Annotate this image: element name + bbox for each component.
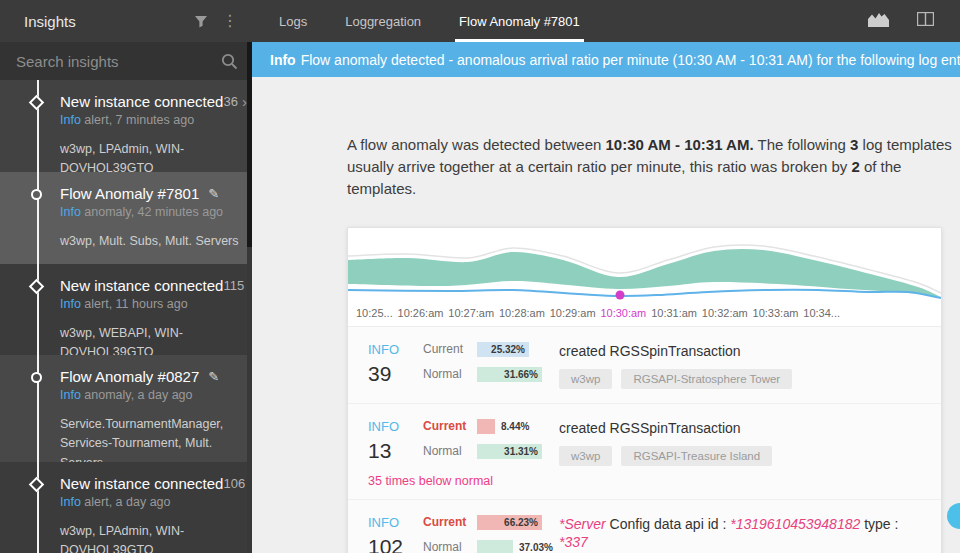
log-tag-list: w3wpRGSAPI-Stratosphere Tower xyxy=(559,369,921,389)
log-row-bars: Current25.32%Normal31.66% xyxy=(423,342,559,392)
banner-level: Info xyxy=(270,52,296,68)
search-bar xyxy=(0,42,252,80)
split-view-icon[interactable] xyxy=(917,12,934,30)
insight-title: Flow Anomaly #7801 xyxy=(60,185,199,202)
log-template-row[interactable]: INFO102Current66.23%Normal37.03%*Server … xyxy=(348,500,941,553)
log-row-grid: INFO39Current25.32%Normal31.66%created R… xyxy=(368,342,921,392)
insight-list-item[interactable]: New instance connected115›Info alert, 11… xyxy=(0,264,252,355)
tab-loggregation[interactable]: Loggregation xyxy=(331,0,435,42)
tab-flow-anomaly-7801[interactable]: Flow Anomaly #7801 xyxy=(445,0,594,42)
insight-list-item[interactable]: New instance connected36›Info alert, 7 m… xyxy=(0,80,252,172)
insight-meta-text: alert, 11 hours ago xyxy=(81,297,188,311)
log-template-row[interactable]: INFO13Current8.44%Normal31.31%created RG… xyxy=(348,404,941,500)
ratio-bar-line: Normal31.66% xyxy=(423,367,559,382)
ratio-bar-label: Current xyxy=(423,515,471,529)
insight-count-value: 36 xyxy=(223,94,237,109)
top-bar: Insights ⋮ LogsLoggregationFlow Anomaly … xyxy=(0,0,960,42)
insight-list-item[interactable]: Flow Anomaly #7801✎Info anomaly, 42 minu… xyxy=(0,172,252,264)
anomaly-description: A flow anomaly was detected between 10:3… xyxy=(347,134,955,201)
description-segment: A flow anomaly was detected between xyxy=(347,136,606,153)
ratio-bar: 31.31% xyxy=(477,444,542,459)
insight-meta-text: anomaly, a day ago xyxy=(81,388,193,402)
log-row-left: INFO39 xyxy=(368,342,423,392)
ratio-bar-fill xyxy=(477,540,513,553)
ratio-bar: 25.32% xyxy=(477,342,542,357)
log-tag-chip: w3wp xyxy=(559,369,612,389)
ratio-bar-value: 25.32% xyxy=(491,344,525,355)
axis-tick-label: 10:25... xyxy=(356,307,393,319)
log-tag-chip: RGSAPI-Treasure Island xyxy=(621,446,772,466)
log-severity-label: INFO xyxy=(368,419,423,434)
flow-area-chart xyxy=(348,234,941,306)
selected-minute-marker[interactable] xyxy=(616,290,625,299)
insights-list: New instance connected36›Info alert, 7 m… xyxy=(0,80,252,553)
filter-icon[interactable] xyxy=(194,14,208,28)
ratio-bar-label: Normal xyxy=(423,540,471,553)
main-panel: Info Flow anomaly detected - anomalous a… xyxy=(252,42,960,553)
time-axis: 10:25...10:26:am10:27:am10:28:am10:29:am… xyxy=(348,306,840,326)
template-text-segment: Config data api id : xyxy=(606,516,731,532)
insight-tags: w3wp, Mult. Subs, Mult. Servers xyxy=(60,232,246,251)
axis-tick-label: 10:33:am xyxy=(753,307,799,319)
ratio-bar-value: 31.66% xyxy=(504,369,538,380)
ratio-bar-label: Current xyxy=(423,342,471,356)
template-text-segment: type : xyxy=(860,516,898,532)
insight-tags: w3wp, WEBAPI, WIN-DQVHQL39GTO xyxy=(60,324,246,355)
insight-title-row: Flow Anomaly #7801✎ xyxy=(60,185,246,202)
diamond-marker-icon xyxy=(29,477,45,493)
log-row-bars: Current66.23%Normal37.03% xyxy=(423,515,559,553)
circle-marker-icon xyxy=(31,372,42,383)
insight-meta: Info anomaly, 42 minutes ago xyxy=(60,205,246,219)
axis-tick-label: 10:28:am xyxy=(499,307,545,319)
insight-tags: w3wp, LPAdmin, WIN-DQVHQL39GTO xyxy=(60,522,246,553)
log-row-message: created RGSSpinTransactionw3wpRGSAPI-Tre… xyxy=(559,419,921,469)
timeline-chart[interactable] xyxy=(348,234,941,306)
insight-severity: Info xyxy=(60,113,81,127)
tab-logs[interactable]: Logs xyxy=(265,0,321,42)
ratio-bar-line: Current66.23% xyxy=(423,515,559,530)
log-template-text: created RGSSpinTransaction xyxy=(559,342,921,360)
log-tag-chip: RGSAPI-Stratosphere Tower xyxy=(621,369,792,389)
insight-severity: Info xyxy=(60,297,81,311)
template-text-segment: created RGSSpinTransaction xyxy=(559,420,741,436)
kebab-menu-icon[interactable]: ⋮ xyxy=(222,13,238,29)
insight-meta: Info alert, 7 minutes ago xyxy=(60,113,246,127)
description-segment: The following xyxy=(754,136,850,153)
log-template-row[interactable]: INFO39Current25.32%Normal31.66%created R… xyxy=(348,327,941,404)
insight-tags: w3wp, LPAdmin, WIN-DQVHQL39GTO xyxy=(60,140,246,172)
insight-list-item[interactable]: New instance connected106›Info alert, a … xyxy=(0,462,252,553)
insight-title: New instance connected xyxy=(60,475,223,492)
axis-tick-label: 10:29:am xyxy=(550,307,596,319)
ratio-bar: 37.03% xyxy=(477,540,542,553)
search-input[interactable] xyxy=(16,53,221,70)
chart-view-icon[interactable] xyxy=(868,12,889,31)
log-row-left: INFO13 xyxy=(368,419,423,469)
description-segment: 10:30 AM - 10:31 AM. xyxy=(606,136,754,153)
log-occurrence-count: 102 xyxy=(368,535,423,553)
diamond-marker-icon xyxy=(29,279,45,295)
ratio-bar-label: Normal xyxy=(423,444,471,458)
edit-pencil-icon[interactable]: ✎ xyxy=(208,186,219,201)
ratio-bar: 8.44% xyxy=(477,419,542,434)
circle-marker-icon xyxy=(31,189,42,200)
insight-meta-text: alert, a day ago xyxy=(81,495,171,509)
edit-pencil-icon[interactable]: ✎ xyxy=(208,369,219,384)
axis-tick-label: 10:32:am xyxy=(702,307,748,319)
axis-tick-label: 10:31:am xyxy=(651,307,697,319)
search-icon[interactable] xyxy=(221,53,238,70)
insight-title-row: Flow Anomaly #0827✎ xyxy=(60,368,246,385)
info-banner: Info Flow anomaly detected - anomalous a… xyxy=(252,42,960,77)
insight-tags: Service.TournamentManager, Services-Tour… xyxy=(60,415,246,462)
insight-list-item[interactable]: Flow Anomaly #0827✎Info anomaly, a day a… xyxy=(0,355,252,462)
log-row-bars: Current8.44%Normal31.31% xyxy=(423,419,559,469)
ratio-bar-line: Normal37.03% xyxy=(423,540,559,553)
log-template-text: created RGSSpinTransaction xyxy=(559,419,921,437)
log-row-message: *Server Config data api id : *1319610453… xyxy=(559,515,921,553)
log-row-grid: INFO13Current8.44%Normal31.31%created RG… xyxy=(368,419,921,469)
ratio-bar-value: 31.31% xyxy=(504,446,538,457)
log-tag-list: w3wpRGSAPI-Treasure Island xyxy=(559,446,921,466)
ratio-bar-label: Normal xyxy=(423,367,471,381)
insight-severity: Info xyxy=(60,495,81,509)
template-variable: *337 xyxy=(559,534,588,550)
insight-title: New instance connected xyxy=(60,277,223,294)
